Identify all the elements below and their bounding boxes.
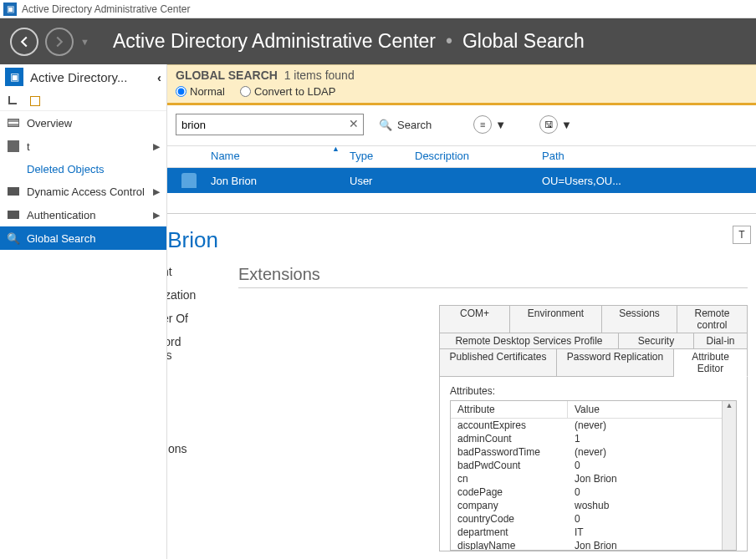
tab-remote-control[interactable]: Remote control xyxy=(677,306,748,333)
attr-name: countryCode xyxy=(451,512,568,526)
attr-row[interactable]: departmentIT xyxy=(451,526,736,539)
chevron-right-icon: ▶ xyxy=(153,186,160,197)
sidebar-item-deleted-objects[interactable]: Deleted Objects xyxy=(0,158,166,180)
attr-name: adminCount xyxy=(451,432,568,445)
attr-name: badPwdCount xyxy=(451,459,568,472)
attr-name: company xyxy=(451,499,568,512)
sidebar-item-overview[interactable]: Overview xyxy=(0,111,166,135)
col-type[interactable]: Type xyxy=(350,150,415,162)
attributes-label: Attributes: xyxy=(450,385,737,397)
sidebar-item-label: Authentication xyxy=(27,209,95,221)
radio-normal[interactable]: Normal xyxy=(176,85,225,98)
tab-attribute-editor[interactable]: Attribute Editor xyxy=(674,349,748,377)
overview-icon xyxy=(8,119,19,127)
table-row[interactable]: Jon Brion User OU=Users,OU... xyxy=(167,168,756,193)
attr-row[interactable]: accountExpires(never) xyxy=(451,419,736,432)
tab-sessions[interactable]: Sessions xyxy=(602,306,677,333)
cell-name: Jon Brion xyxy=(211,175,350,187)
attr-value: Jon Brion xyxy=(568,472,736,485)
radio-normal-input[interactable] xyxy=(176,86,186,97)
breadcrumb[interactable]: Global Search xyxy=(462,30,585,53)
radio-ldap[interactable]: Convert to LDAP xyxy=(240,85,336,98)
details-nav: Account Organization Member Of Password … xyxy=(167,265,218,559)
search-row: ✕ 🔍 Search ≡ ▼ 🖫 ▼ xyxy=(167,105,756,146)
radio-ldap-input[interactable] xyxy=(240,86,251,97)
attr-value: Jon Brion xyxy=(568,539,736,551)
details-nav-profile[interactable]: Profile xyxy=(167,372,218,385)
attr-value: woshub xyxy=(568,499,736,512)
details-nav-silo[interactable]: Silo xyxy=(167,419,218,432)
clear-search-icon[interactable]: ✕ xyxy=(349,117,359,130)
details-nav-policy[interactable]: Policy xyxy=(167,395,218,409)
attr-row[interactable]: adminCount1 xyxy=(451,432,736,445)
attr-row[interactable]: companywoshub xyxy=(451,499,736,512)
attr-name: codePage xyxy=(451,485,568,499)
attr-value: 1 xyxy=(568,432,736,445)
attr-name: accountExpires xyxy=(451,419,568,432)
tab-dial-in[interactable]: Dial-in xyxy=(694,333,748,348)
scrollbar[interactable]: ▲ xyxy=(722,401,736,550)
back-button[interactable] xyxy=(10,28,38,56)
tab-com-plus[interactable]: COM+ xyxy=(440,306,510,333)
attr-value: 0 xyxy=(568,485,736,499)
filter-dropdown[interactable]: ≡ ▼ xyxy=(473,115,506,134)
sidebar-item-global-search[interactable]: 🔍 Global Search xyxy=(0,226,166,250)
global-search-band: GLOBAL SEARCH 1 items found Normal Conve… xyxy=(167,64,756,105)
history-dropdown-icon[interactable]: ▼ xyxy=(80,37,89,47)
domain-icon xyxy=(8,140,19,152)
attr-col-attribute[interactable]: Attribute xyxy=(451,401,568,418)
attr-row[interactable]: cnJon Brion xyxy=(451,472,736,485)
sidebar-title: Active Directory... xyxy=(30,70,127,84)
cell-type: User xyxy=(350,175,415,187)
col-name[interactable]: Name▲ xyxy=(211,150,350,162)
attr-row[interactable]: codePage0 xyxy=(451,485,736,499)
details-nav-member-of[interactable]: Member Of xyxy=(167,312,218,325)
sort-asc-icon: ▲ xyxy=(332,145,340,153)
sidebar-item-dynamic-access[interactable]: Dynamic Access Control ▶ xyxy=(0,180,166,203)
tab-environment[interactable]: Environment xyxy=(510,306,602,333)
save-icon: 🖫 xyxy=(539,115,558,134)
attr-row[interactable]: countryCode0 xyxy=(451,512,736,526)
grid-header: Name▲ Type Description Path xyxy=(167,146,756,168)
collapse-sidebar-icon[interactable]: ‹ xyxy=(157,70,161,84)
window-title: Active Directory Administrative Center xyxy=(22,3,190,15)
tab-rds-profile[interactable]: Remote Desktop Services Profile xyxy=(440,333,619,348)
sidebar-item-authentication[interactable]: Authentication ▶ xyxy=(0,203,166,226)
attr-col-value[interactable]: Value xyxy=(568,401,736,418)
tree-view-icon[interactable] xyxy=(30,94,42,106)
attr-row[interactable]: displayNameJon Brion xyxy=(451,539,736,551)
attr-value: 0 xyxy=(568,512,736,526)
save-dropdown[interactable]: 🖫 ▼ xyxy=(539,115,572,134)
attr-row[interactable]: badPasswordTime(never) xyxy=(451,445,736,459)
search-button[interactable]: 🔍 Search xyxy=(374,117,437,133)
attr-row[interactable]: badPwdCount0 xyxy=(451,459,736,472)
details-nav-account[interactable]: Account xyxy=(167,265,218,278)
sidebar-item-domain[interactable]: t ▶ xyxy=(0,135,166,158)
details-nav-extensions[interactable]: Extensions xyxy=(167,442,218,455)
details-nav-organization[interactable]: Organization xyxy=(167,288,218,302)
tasks-button[interactable]: T xyxy=(733,226,751,244)
search-input[interactable] xyxy=(176,114,364,135)
sidebar-item-label: Overview xyxy=(27,117,72,130)
tab-password-replication[interactable]: Password Replication xyxy=(557,349,674,377)
list-view-icon[interactable] xyxy=(8,96,17,104)
attributes-table[interactable]: Attribute Value accountExpires(never)adm… xyxy=(450,400,737,551)
attr-name: displayName xyxy=(451,539,568,551)
details-nav-password-settings[interactable]: Password Settings xyxy=(167,335,218,362)
breadcrumb-separator-icon: • xyxy=(446,30,452,53)
attr-name: cn xyxy=(451,472,568,485)
sidebar-header: ▣ Active Directory... ‹ xyxy=(0,64,166,89)
col-description[interactable]: Description xyxy=(415,150,542,162)
col-path[interactable]: Path xyxy=(542,150,756,162)
sidebar-item-label: Dynamic Access Control xyxy=(27,185,145,198)
tab-published-certs[interactable]: Published Certificates xyxy=(440,349,557,377)
details-panel: Jon Brion T Account Organization Member … xyxy=(167,213,756,559)
attr-name: badPasswordTime xyxy=(451,445,568,459)
tab-security[interactable]: Security xyxy=(619,333,694,348)
scroll-up-icon[interactable]: ▲ xyxy=(723,401,736,414)
forward-button[interactable] xyxy=(45,28,74,56)
chevron-right-icon: ▶ xyxy=(153,210,160,221)
attr-value: 0 xyxy=(568,459,736,472)
authentication-icon xyxy=(8,211,19,219)
chevron-down-icon: ▼ xyxy=(495,119,506,131)
